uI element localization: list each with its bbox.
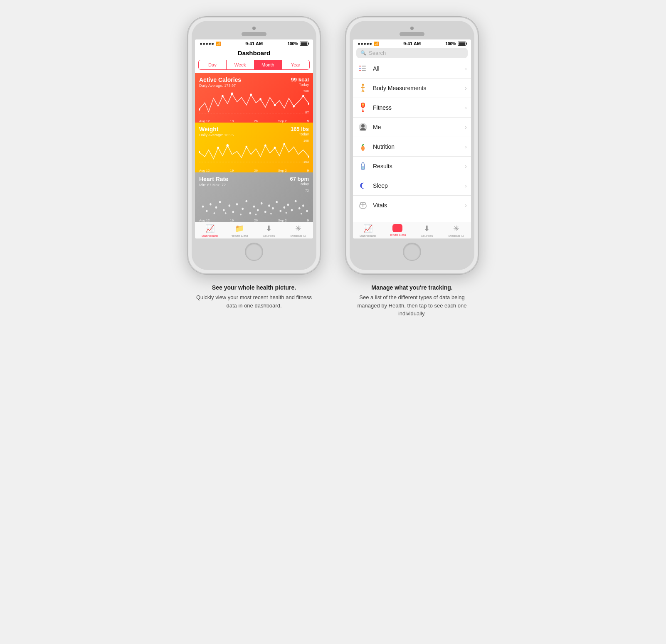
heartrate-value: 67 bpm — [290, 176, 309, 182]
phone-bottom-left — [195, 238, 313, 267]
tab-health-data-right[interactable]: ❤ Health Data — [382, 224, 412, 238]
svg-point-5 — [302, 95, 304, 97]
screen-content-left: Active Calories Daily Average: 173.97 99… — [195, 73, 313, 222]
home-button-right[interactable] — [403, 243, 421, 261]
dashboard-icon-left: 📈 — [205, 224, 215, 233]
calories-chart: 268 — [199, 89, 309, 118]
list-item-all[interactable]: All › — [353, 59, 471, 79]
svg-rect-51 — [359, 66, 361, 66]
svg-point-20 — [215, 206, 217, 208]
medical-id-icon-left: ✳ — [295, 224, 301, 233]
list-item-nutrition[interactable]: Nutrition › — [353, 137, 471, 157]
svg-point-29 — [253, 205, 255, 207]
svg-point-3 — [250, 93, 252, 96]
fitness-chevron: › — [465, 104, 467, 111]
body-chevron: › — [465, 85, 467, 91]
svg-point-0 — [231, 93, 233, 95]
results-label: Results — [373, 163, 465, 170]
svg-point-6 — [293, 105, 295, 107]
home-button-left[interactable] — [245, 243, 263, 261]
tab-health-label-right: Health Data — [388, 233, 406, 237]
svg-point-38 — [287, 204, 289, 206]
calories-card[interactable]: Active Calories Daily Average: 173.97 99… — [195, 73, 313, 123]
list-item-fitness[interactable]: Fitness › — [353, 98, 471, 118]
weight-date-1: 19 — [230, 169, 234, 172]
weight-card[interactable]: Weight Daily Average: 165.5 165 lbs Toda… — [195, 123, 313, 172]
tab-health-data-left[interactable]: 📁 Health Data — [224, 224, 254, 238]
tab-dashboard-left[interactable]: 📈 Dashboard — [195, 224, 224, 238]
phone-bottom-right — [353, 238, 471, 267]
svg-point-24 — [232, 211, 234, 213]
weight-min: 163 — [303, 160, 309, 164]
tab-medical-id-left[interactable]: ✳ Medical ID — [284, 224, 313, 238]
svg-point-32 — [264, 211, 266, 213]
svg-point-17 — [202, 205, 204, 207]
segment-day[interactable]: Day — [199, 60, 227, 69]
calories-date-3: Sep 2 — [278, 119, 287, 123]
right-screen: 📶 9:41 AM 100% 🔍 Search — [353, 39, 471, 238]
health-list: All › — [353, 59, 471, 222]
nutrition-chevron: › — [465, 143, 467, 150]
left-screen: 📶 9:41 AM 100% Dashboard Day Week — [195, 39, 313, 238]
tab-bar-left: 📈 Dashboard 📁 Health Data ⬇ Sources — [195, 222, 313, 238]
vitals-label: Vitals — [373, 202, 465, 209]
heartrate-title: Heart Rate — [199, 176, 228, 182]
tab-medical-id-right[interactable]: ✳ Medical ID — [442, 224, 471, 238]
results-chevron: › — [465, 163, 467, 170]
tab-dashboard-right[interactable]: 📈 Dashboard — [353, 224, 382, 238]
segment-month[interactable]: Month — [254, 60, 282, 69]
sleep-chevron: › — [465, 182, 467, 189]
calories-date-4: 9 — [307, 119, 309, 123]
svg-point-73 — [363, 202, 365, 205]
tab-medical-label-left: Medical ID — [291, 234, 306, 238]
svg-point-23 — [229, 204, 231, 206]
svg-point-2 — [222, 95, 224, 97]
svg-point-43 — [306, 210, 308, 212]
svg-rect-71 — [362, 162, 364, 163]
all-chevron: › — [465, 65, 467, 72]
sleep-icon — [357, 180, 369, 192]
search-icon: 🔍 — [360, 50, 366, 56]
status-bar-right: 📶 9:41 AM 100% — [353, 39, 471, 48]
calories-date-1: 19 — [230, 119, 234, 123]
list-item-results[interactable]: Results › — [353, 157, 471, 176]
search-bar[interactable]: 🔍 Search — [356, 48, 468, 58]
body-label: Body Measurements — [373, 85, 465, 91]
dashboard-icon-right: 📈 — [363, 224, 372, 233]
calories-title: Active Calories — [199, 76, 241, 83]
heartrate-chart: 72 — [199, 189, 309, 218]
weight-max: 168 — [303, 139, 309, 143]
svg-point-69 — [362, 146, 364, 150]
svg-point-48 — [270, 213, 272, 214]
health-data-icon-right: ❤ — [392, 224, 402, 232]
sources-icon-right: ⬇ — [424, 224, 430, 233]
calories-max: 268 — [303, 89, 309, 93]
list-item-me[interactable]: Me › — [353, 118, 471, 137]
calories-date-2: 26 — [254, 119, 258, 123]
segment-year[interactable]: Year — [282, 60, 309, 69]
speaker-right — [400, 32, 424, 36]
svg-point-67 — [361, 124, 365, 128]
svg-point-15 — [274, 147, 276, 149]
svg-point-7 — [259, 98, 261, 100]
battery-percent-left: 100% — [287, 42, 298, 46]
time-segment-control[interactable]: Day Week Month Year — [198, 60, 310, 70]
battery-icon-right — [458, 42, 466, 46]
list-item-sleep[interactable]: Sleep › — [353, 176, 471, 196]
fitness-label: Fitness — [373, 104, 465, 111]
heartrate-date-labels: Aug 12 19 26 Sep 2 9 — [199, 218, 309, 222]
weight-date-3: Sep 2 — [278, 169, 287, 172]
tab-sources-left[interactable]: ⬇ Sources — [254, 224, 284, 238]
list-item-vitals[interactable]: Vitals › — [353, 196, 471, 215]
tab-sources-right[interactable]: ⬇ Sources — [412, 224, 442, 238]
tab-sources-label-right: Sources — [421, 234, 433, 238]
list-item-body[interactable]: Body Measurements › — [353, 79, 471, 98]
dashboard-title: Dashboard — [195, 48, 313, 60]
svg-point-36 — [279, 210, 281, 212]
svg-rect-53 — [359, 70, 361, 71]
svg-point-44 — [214, 212, 215, 214]
svg-point-14 — [284, 143, 286, 145]
segment-week[interactable]: Week — [227, 60, 254, 69]
sources-icon-left: ⬇ — [266, 224, 272, 233]
heartrate-card[interactable]: Heart Rate Min: 67 Max: 72 67 bpm Today … — [195, 172, 313, 222]
